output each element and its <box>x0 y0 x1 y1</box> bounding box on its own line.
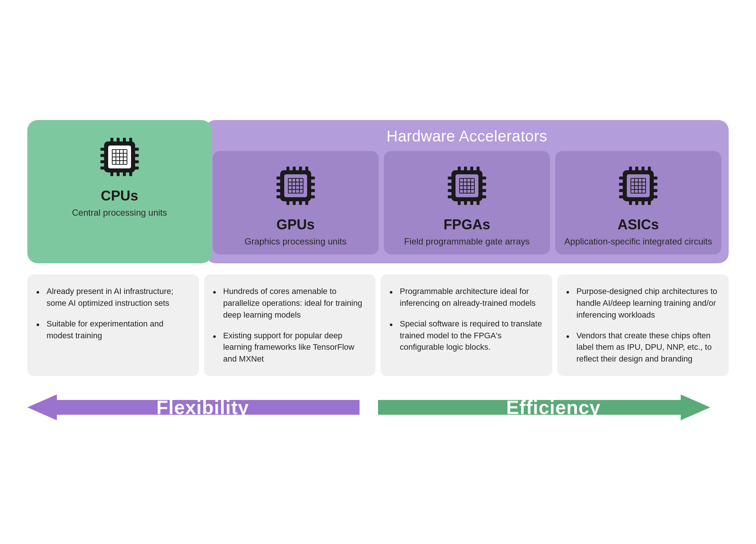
svg-rect-40 <box>276 189 281 192</box>
svg-rect-87 <box>635 167 638 171</box>
asic-card: ASICs Application-specific integrated ci… <box>555 151 721 254</box>
svg-rect-12 <box>100 160 105 163</box>
svg-rect-41 <box>276 195 281 198</box>
svg-rect-73 <box>482 195 486 198</box>
fpga-bullet-2: Special software is required to translat… <box>389 318 543 353</box>
asic-chip-icon <box>612 160 664 212</box>
svg-rect-17 <box>134 167 139 170</box>
svg-rect-10 <box>100 148 105 151</box>
svg-rect-8 <box>123 172 126 176</box>
hw-accelerators-box: Hardware Accelerators <box>205 120 729 263</box>
efficiency-label-wrapper: Efficiency <box>378 391 729 424</box>
arrow-section: Flexibility Efficiency <box>27 391 729 424</box>
flexibility-label: Flexibility <box>157 396 249 418</box>
svg-rect-35 <box>293 201 296 205</box>
svg-rect-9 <box>129 172 132 176</box>
gpu-card: GPUs Graphics processing units <box>213 151 379 254</box>
svg-rect-67 <box>448 183 452 186</box>
svg-rect-93 <box>648 201 651 205</box>
svg-rect-30 <box>286 167 289 171</box>
gpu-chip-icon <box>270 160 322 212</box>
svg-rect-96 <box>619 189 623 192</box>
cpu-abbr: CPUs <box>101 188 138 204</box>
efficiency-label: Efficiency <box>506 396 601 418</box>
svg-rect-14 <box>134 148 139 151</box>
cpu-bullet-1: Already present in AI infrastructure; so… <box>36 285 190 309</box>
svg-rect-60 <box>470 167 473 171</box>
asic-bullet-list: Purpose-designed chip architectures to h… <box>566 285 720 365</box>
cpu-chip-icon <box>94 131 145 183</box>
fpga-card: FPGAs Field programmable gate arrays <box>384 151 550 254</box>
cpu-bullet-list: Already present in AI infrastructure; so… <box>36 285 190 342</box>
svg-rect-42 <box>310 177 315 179</box>
svg-rect-66 <box>448 177 452 179</box>
svg-rect-97 <box>619 195 623 198</box>
svg-rect-3 <box>117 138 120 142</box>
svg-rect-33 <box>305 167 308 171</box>
svg-rect-64 <box>470 201 473 205</box>
gpu-bullet-list: Hundreds of cores amenable to paralleliz… <box>213 285 367 365</box>
svg-rect-88 <box>642 167 645 171</box>
svg-rect-44 <box>310 189 315 192</box>
svg-rect-39 <box>276 183 281 186</box>
flexibility-arrow-container: Flexibility <box>27 391 378 424</box>
fpga-bullet-list: Programmable architecture ideal for infe… <box>389 285 543 353</box>
svg-rect-43 <box>310 183 315 186</box>
svg-rect-71 <box>482 183 486 186</box>
svg-rect-70 <box>482 177 486 179</box>
svg-rect-92 <box>642 201 645 205</box>
svg-rect-16 <box>134 160 139 163</box>
middle-section: Already present in AI infrastructure; so… <box>27 274 729 376</box>
svg-rect-98 <box>653 177 657 179</box>
svg-rect-63 <box>464 201 467 205</box>
svg-rect-45 <box>310 195 315 198</box>
gpu-bullet-card: Hundreds of cores amenable to paralleliz… <box>204 274 376 376</box>
svg-rect-91 <box>635 201 638 205</box>
svg-rect-2 <box>110 138 113 142</box>
asic-bullet-card: Purpose-designed chip architectures to h… <box>557 274 729 376</box>
svg-rect-7 <box>117 172 120 176</box>
svg-rect-99 <box>653 183 657 186</box>
svg-rect-15 <box>134 154 139 157</box>
svg-rect-4 <box>123 138 126 142</box>
fpga-abbr: FPGAs <box>443 217 490 233</box>
svg-rect-59 <box>464 167 467 171</box>
svg-rect-13 <box>100 167 105 170</box>
page-container: CPUs Central processing units Hardware A… <box>27 120 729 424</box>
top-section: CPUs Central processing units Hardware A… <box>27 120 729 263</box>
svg-rect-5 <box>129 138 132 142</box>
efficiency-arrow-container: Efficiency <box>378 391 729 424</box>
svg-rect-72 <box>482 189 486 192</box>
asic-bullet-2: Vendors that create these chips often la… <box>566 330 720 365</box>
fpga-chip-icon <box>441 160 493 212</box>
fpga-bullet-card: Programmable architecture ideal for infe… <box>381 274 552 376</box>
svg-rect-36 <box>299 201 302 205</box>
svg-rect-32 <box>299 167 302 171</box>
svg-rect-95 <box>619 183 623 186</box>
flexibility-label-wrapper: Flexibility <box>27 391 378 424</box>
cpu-card: CPUs Central processing units <box>27 120 212 263</box>
svg-rect-86 <box>629 167 632 171</box>
cpu-bullet-2: Suitable for experimentation and modest … <box>36 318 190 342</box>
cpu-full: Central processing units <box>72 207 167 218</box>
gpu-bullet-2: Existing support for popular deep learni… <box>213 330 367 365</box>
cpu-bullet-card: Already present in AI infrastructure; so… <box>27 274 199 376</box>
svg-rect-37 <box>305 201 308 205</box>
gpu-bullet-1: Hundreds of cores amenable to paralleliz… <box>213 285 367 321</box>
svg-rect-69 <box>448 195 452 198</box>
gpu-full: Graphics processing units <box>245 236 347 247</box>
svg-rect-58 <box>458 167 461 171</box>
fpga-full: Field programmable gate arrays <box>404 236 530 247</box>
svg-rect-68 <box>448 189 452 192</box>
svg-rect-65 <box>477 201 480 205</box>
svg-rect-89 <box>648 167 651 171</box>
gpu-abbr: GPUs <box>276 217 315 233</box>
svg-rect-61 <box>477 167 480 171</box>
fpga-bullet-1: Programmable architecture ideal for infe… <box>389 285 543 309</box>
svg-rect-90 <box>629 201 632 205</box>
asic-bullet-1: Purpose-designed chip architectures to h… <box>566 285 720 321</box>
svg-rect-11 <box>100 154 105 157</box>
svg-rect-38 <box>276 177 281 179</box>
asic-full: Application-specific integrated circuits <box>564 236 712 247</box>
svg-rect-62 <box>458 201 461 205</box>
